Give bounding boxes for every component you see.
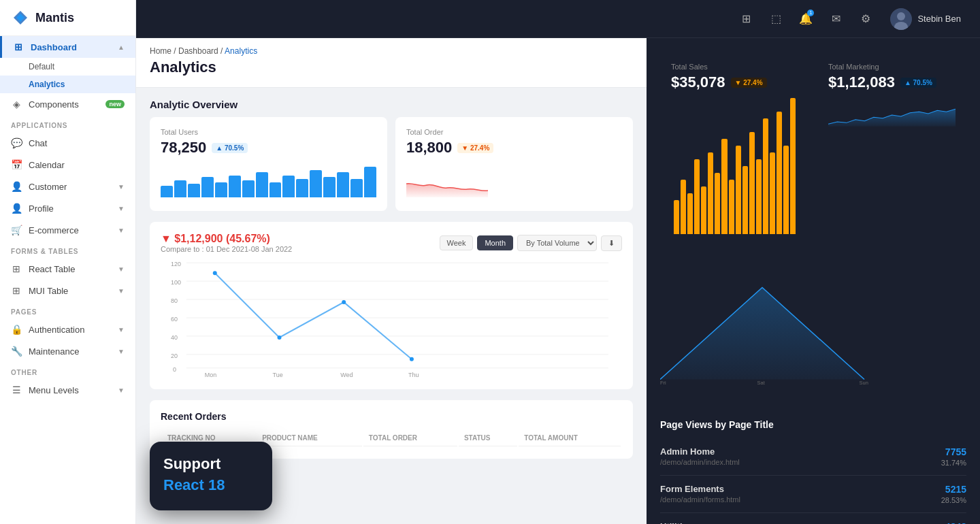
chevron-down-icon: ▼	[118, 326, 125, 333]
svg-text:Thu: Thu	[408, 372, 419, 378]
sidebar-item-menu-levels[interactable]: ☰ Menu Levels ▼	[0, 379, 135, 401]
income-header: ▼ $1,12,900 (45.67%) Compare to : 01 Dec…	[161, 233, 622, 253]
bar	[242, 180, 255, 197]
breadcrumb-current: Analytics	[225, 46, 257, 56]
dark-stat-value-sales: $35,078	[671, 73, 725, 91]
svg-text:Tue: Tue	[273, 372, 283, 378]
user-profile[interactable]: Stebin Ben	[885, 5, 966, 33]
pv-count: 7755	[941, 446, 966, 457]
pv-item-utilities: Utilities /demo/admin/util.html 4848 25.…	[660, 513, 966, 524]
dark-stat-value-row-sales: $35,078 ▼ 27.4%	[671, 73, 798, 91]
customer-icon: 👤	[11, 181, 22, 192]
sidebar-item-chat[interactable]: 💬 Chat	[0, 132, 135, 154]
income-controls: Week Month By Total Volume ⬇	[440, 235, 623, 251]
sidebar-item-ecommerce[interactable]: 🛒 E-commerce ▼	[0, 219, 135, 241]
svg-text:Mon: Mon	[205, 372, 216, 378]
app-name: Mantis	[35, 11, 74, 25]
sidebar-item-components[interactable]: ◈ Components new	[0, 93, 135, 115]
bar	[364, 167, 376, 197]
week-button[interactable]: Week	[440, 235, 474, 250]
bar	[270, 182, 282, 198]
chevron-down-icon: ▼	[118, 205, 125, 212]
pv-stats: 7755 31.74%	[941, 446, 966, 467]
sidebar-item-label: Components	[29, 99, 79, 110]
dark-bar	[790, 98, 796, 234]
stat-cards: Total Users 78,250 ▲ 70.5%	[136, 117, 647, 222]
fullscreen-icon[interactable]: ⬚	[765, 8, 787, 30]
sidebar-item-calendar[interactable]: 📅 Calendar	[0, 154, 135, 176]
sidebar-item-mui-table[interactable]: ⊞ MUI Table ▼	[0, 280, 135, 301]
svg-point-21	[213, 271, 217, 275]
month-button[interactable]: Month	[477, 235, 513, 250]
down-arrow-icon: ▼	[161, 233, 172, 244]
svg-text:120: 120	[171, 261, 181, 267]
dark-bar	[749, 132, 755, 234]
download-button[interactable]: ⬇	[601, 235, 622, 251]
income-value: ▼ $1,12,900 (45.67%)	[161, 233, 292, 245]
applications-section-label: Applications	[0, 115, 135, 132]
chevron-down-icon: ▼	[118, 287, 125, 295]
pv-item-form-elements: Form Elements /demo/admin/forms.html 521…	[660, 476, 966, 513]
dark-bar	[674, 200, 679, 234]
pv-row: Utilities /demo/admin/util.html 4848 25.…	[660, 521, 966, 524]
ecommerce-icon: 🛒	[11, 225, 22, 235]
page-views-title: Page Views by Page Title	[660, 419, 966, 430]
pv-row: Admin Home /demo/admin/index.html 7755 3…	[660, 446, 966, 467]
bar	[337, 172, 349, 198]
dark-stat-card-marketing: Total Marketing $1,12,083 ▲ 70.5%	[817, 52, 966, 245]
stat-value-row-orders: 18,800 ▼ 27.4%	[406, 139, 622, 157]
dark-bar	[763, 118, 768, 234]
sidebar-item-label: React Table	[29, 264, 75, 274]
breadcrumb-area: Home / Dashboard / Analytics Analytics	[136, 38, 647, 88]
sidebar-sub-default[interactable]: Default	[0, 58, 135, 76]
sidebar-item-label: Dashboard	[31, 42, 77, 52]
forms-tables-section-label: Forms & Tables	[0, 241, 135, 258]
stat-badge-orders: ▼ 27.4%	[457, 143, 493, 153]
income-chart-svg: 120 100 80 60 40 20 0	[161, 256, 622, 378]
bar	[215, 182, 227, 198]
bar	[201, 177, 214, 197]
sidebar-item-label: E-commerce	[29, 225, 79, 235]
sidebar: Mantis ⊞ Dashboard ▲ Default Analytics ◈…	[0, 0, 136, 524]
pv-info: Form Elements /demo/admin/forms.html	[660, 484, 740, 504]
pages-section-label: Pages	[0, 301, 135, 318]
dark-stat-card-sales: Total Sales $35,078 ▼ 27.4%	[660, 52, 809, 245]
chevron-down-icon: ▼	[118, 265, 125, 273]
dark-stat-value-marketing: $1,12,083	[828, 73, 895, 91]
sidebar-logo[interactable]: Mantis	[0, 0, 135, 36]
chevron-down-icon: ▼	[118, 387, 125, 394]
volume-select[interactable]: By Total Volume	[517, 235, 597, 251]
pv-url: /demo/admin/index.html	[660, 458, 740, 466]
col-product: PRODUCT NAME	[257, 430, 362, 446]
col-total-order: TOTAL ORDER	[363, 430, 457, 446]
sidebar-item-authentication[interactable]: 🔒 Authentication ▼	[0, 318, 135, 340]
recent-orders-title: Recent Orders	[161, 411, 622, 422]
dark-bar	[681, 180, 686, 234]
chevron-down-icon: ▼	[118, 183, 125, 191]
stat-value-orders: 18,800	[406, 139, 452, 157]
notification-icon[interactable]: 🔔 1	[795, 8, 817, 30]
support-react18-popup[interactable]: Support React 18	[150, 442, 272, 510]
sidebar-item-customer[interactable]: 👤 Customer ▼	[0, 176, 135, 197]
dark-bar	[708, 152, 713, 234]
orders-area-chart	[406, 163, 488, 197]
breadcrumb-home[interactable]: Home	[150, 46, 172, 56]
col-status: STATUS	[459, 430, 517, 446]
bar	[282, 176, 295, 198]
sidebar-item-dashboard[interactable]: ⊞ Dashboard ▲	[0, 36, 135, 58]
sidebar-sub-analytics[interactable]: Analytics	[0, 76, 135, 93]
support-popup-subtitle: React 18	[163, 476, 259, 494]
sidebar-item-maintenance[interactable]: 🔧 Maintenance ▼	[0, 340, 135, 362]
dark-bar	[742, 166, 748, 234]
income-compare: Compare to : 01 Dec 2021-08 Jan 2022	[161, 245, 292, 253]
grid-icon[interactable]: ⊞	[735, 8, 757, 30]
dark-stat-label-marketing: Total Marketing	[828, 63, 956, 71]
pv-count: 5215	[941, 484, 966, 495]
dark-income-chart: Fri Sat Sun	[660, 259, 966, 408]
sidebar-item-profile[interactable]: 👤 Profile ▼	[0, 197, 135, 219]
settings-icon[interactable]: ⚙	[855, 8, 877, 30]
mail-icon[interactable]: ✉	[825, 8, 847, 30]
sidebar-item-react-table[interactable]: ⊞ React Table ▼	[0, 258, 135, 280]
content-dark: Total Sales $35,078 ▼ 27.4%	[647, 38, 980, 524]
breadcrumb-dashboard[interactable]: Dashboard	[178, 46, 218, 56]
